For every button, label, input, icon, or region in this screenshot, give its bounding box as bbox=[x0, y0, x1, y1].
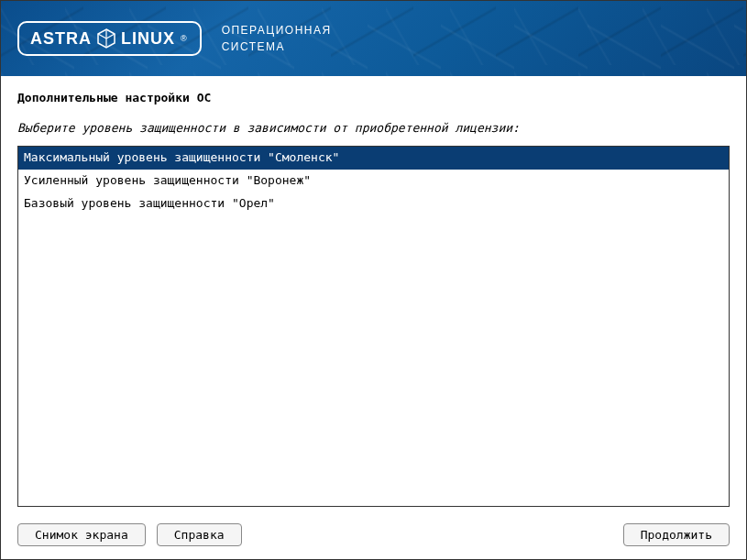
header-subtitle-line2: СИСТЕМА bbox=[222, 38, 332, 55]
content-area: Дополнительные настройки ОС Выберите уро… bbox=[1, 76, 746, 514]
security-level-option[interactable]: Базовый уровень защищенности "Орел" bbox=[18, 192, 729, 215]
installer-window: ASTRA LINUX ® ОПЕРАЦИОННАЯ СИСТЕМА Допол… bbox=[0, 0, 747, 560]
screenshot-button[interactable]: Снимок экрана bbox=[17, 523, 146, 546]
svg-line-2 bbox=[98, 34, 106, 38]
continue-button[interactable]: Продолжить bbox=[623, 523, 730, 546]
button-bar: Снимок экрана Справка Продолжить bbox=[1, 514, 746, 559]
brand-part1: ASTRA bbox=[30, 29, 92, 49]
brand-logo: ASTRA LINUX ® bbox=[17, 21, 202, 56]
security-level-option[interactable]: Усиленный уровень защищенности "Воронеж" bbox=[18, 170, 729, 192]
instruction-text: Выберите уровень защищенности в зависимо… bbox=[17, 121, 730, 135]
cube-icon bbox=[97, 28, 115, 49]
security-level-listbox[interactable]: Максимальный уровень защищенности "Смоле… bbox=[17, 146, 730, 507]
trademark-icon: ® bbox=[181, 34, 187, 43]
security-level-option[interactable]: Максимальный уровень защищенности "Смоле… bbox=[18, 147, 729, 170]
header-subtitle-line1: ОПЕРАЦИОННАЯ bbox=[222, 22, 332, 38]
svg-line-3 bbox=[106, 34, 115, 38]
help-button[interactable]: Справка bbox=[157, 523, 242, 546]
spacer bbox=[253, 523, 612, 546]
header: ASTRA LINUX ® ОПЕРАЦИОННАЯ СИСТЕМА bbox=[1, 1, 746, 76]
brand-part2: LINUX bbox=[121, 29, 175, 49]
header-subtitle: ОПЕРАЦИОННАЯ СИСТЕМА bbox=[222, 22, 332, 55]
page-title: Дополнительные настройки ОС bbox=[17, 91, 730, 104]
